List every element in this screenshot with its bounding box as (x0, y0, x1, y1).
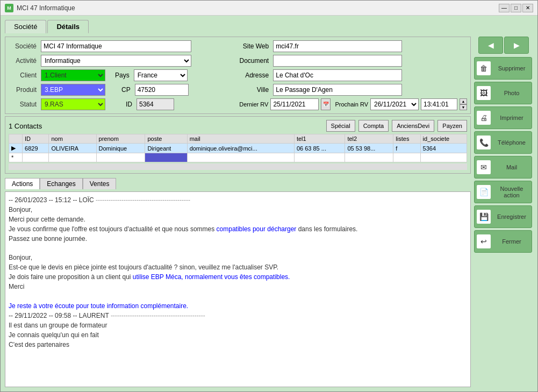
compta-button[interactable]: Compta (358, 120, 389, 132)
mail-button[interactable]: ✉ Mail (474, 156, 532, 179)
statut-id-row: Statut 9.RAS ID (9, 98, 233, 110)
action-line-7: Est-ce que le devis en pièce jointe est … (9, 262, 467, 272)
action-line-11: -- 29/11/2022 -- 09:58 -- LAURENT ------… (9, 311, 467, 320)
maximize-button[interactable]: □ (511, 4, 521, 12)
enregistrer-button[interactable]: 💾 Enregistrer (474, 205, 532, 228)
adresse-input[interactable] (273, 69, 402, 81)
document-row: Document (239, 55, 467, 67)
main-panel: Société Activité Informatique (5, 37, 533, 387)
client-select[interactable]: 1.Client (41, 69, 105, 81)
pays-select[interactable]: France (134, 69, 188, 81)
societe-label: Société (9, 42, 37, 50)
nouvelle-action-button[interactable]: 📄 Nouvelle action (474, 181, 532, 203)
dernier-rv-label: Dernier RV (239, 101, 268, 108)
row-id: 6829 (23, 144, 49, 153)
col-id-societe: id_societe (420, 134, 467, 144)
bottom-tabs: Actions Echanges Ventes (5, 178, 471, 189)
imprimer-button[interactable]: 🖨 Imprimer (474, 106, 532, 129)
activite-row: Activité Informatique (9, 55, 233, 67)
activite-select[interactable]: Informatique (41, 55, 191, 67)
new-row-mail (187, 153, 294, 162)
adresse-row: Adresse (239, 69, 467, 81)
table-row-new[interactable]: * (9, 153, 467, 162)
siteweb-input[interactable] (273, 40, 402, 52)
photo-icon: 🖼 (477, 86, 491, 100)
activite-label: Activité (9, 57, 37, 65)
new-row-listes (393, 153, 420, 162)
produit-select[interactable]: 3.EBP (41, 84, 105, 96)
app-icon: M (5, 4, 13, 12)
client-pays-row: Client 1.Client Pays France (9, 69, 233, 81)
title-bar: M MCI 47 Informatique — □ ✕ (1, 1, 537, 16)
photo-button[interactable]: 🖼 Photo (474, 82, 532, 104)
societe-row: Société (9, 40, 233, 52)
cp-label: CP (121, 86, 131, 94)
mail-label: Mail (494, 164, 529, 170)
societe-input[interactable] (41, 40, 191, 52)
imprimer-label: Imprimer (494, 115, 529, 121)
new-row-poste (145, 153, 187, 162)
table-scrollbar[interactable] (9, 163, 467, 170)
form-right-col: Site Web Document Adresse (239, 40, 467, 110)
action-text-area: -- 26/01/2023 -- 15:12 -- LOÏC ---------… (5, 191, 471, 387)
supprimer-button[interactable]: 🗑 Supprimer (474, 57, 532, 80)
col-mail: mail (187, 134, 294, 144)
contacts-title: 1 Contacts (9, 122, 323, 130)
enregistrer-label: Enregistrer (494, 213, 529, 220)
nouvelle-action-label: Nouvelle action (494, 186, 529, 198)
tab-ventes[interactable]: Ventes (83, 178, 117, 189)
action-line-10: Je reste à votre écoute pour toute infor… (9, 301, 467, 311)
row-tel2: 05 53 98... (345, 144, 393, 153)
action-line-2: Bonjour, (9, 205, 467, 215)
telephone-label: Téléphone (494, 139, 529, 146)
tab-actions[interactable]: Actions (5, 178, 40, 189)
cp-input[interactable] (135, 84, 189, 96)
action-line-9: Merci (9, 282, 467, 291)
mail-icon: ✉ (477, 160, 491, 174)
statut-label: Statut (9, 101, 37, 108)
action-line-12: Il est dans un groupe de formateur (9, 320, 467, 330)
action-line-8: Je dois faire une proposition à un clien… (9, 272, 467, 282)
nav-prev-button[interactable]: ◀ (478, 37, 503, 54)
tab-societe[interactable]: Société (5, 20, 46, 33)
telephone-button[interactable]: 📞 Téléphone (474, 131, 532, 154)
form-left-col: Société Activité Informatique (9, 40, 233, 110)
form-section: Société Activité Informatique (5, 37, 471, 114)
document-label: Document (239, 57, 269, 65)
action-line-6: Bonjour, (9, 253, 467, 262)
dernier-rv-input[interactable] (270, 98, 319, 110)
anciens-devi-button[interactable]: AnciensDevi (392, 120, 434, 132)
row-prenom: Dominique (96, 144, 145, 153)
tab-echanges[interactable]: Echanges (40, 178, 82, 189)
time-up-btn[interactable]: ▲ (460, 98, 467, 104)
close-button[interactable]: ✕ (522, 4, 533, 12)
fermer-label: Fermer (494, 238, 529, 245)
special-button[interactable]: Spécial (326, 120, 355, 132)
siteweb-row: Site Web (239, 40, 467, 52)
client-label: Client (9, 72, 37, 79)
nav-next-button[interactable]: ▶ (504, 37, 529, 54)
dernier-rv-calendar-btn[interactable]: 📅 (321, 98, 331, 110)
main-tabs: Société Détails (5, 20, 533, 33)
row-id-societe: 5364 (420, 144, 467, 153)
enregistrer-icon: 💾 (477, 210, 491, 224)
table-row[interactable]: ▶ 6829 OLIVEIRA Dominique Dirigeant domi… (9, 144, 467, 153)
photo-label: Photo (494, 90, 529, 96)
adresse-label: Adresse (239, 72, 269, 79)
new-row-nom (49, 153, 96, 162)
row-tel1: 06 63 85 ... (294, 144, 345, 153)
fermer-button[interactable]: ↩ Fermer (474, 230, 532, 253)
payzen-button[interactable]: Payzen (437, 120, 467, 132)
prochain-rv-time[interactable] (421, 98, 457, 110)
new-row-id-societe (420, 153, 467, 162)
col-poste: poste (145, 134, 187, 144)
document-input[interactable] (273, 55, 402, 67)
tab-details[interactable]: Détails (47, 20, 89, 33)
prochain-rv-select[interactable]: 26/11/2021 (370, 98, 419, 110)
minimize-button[interactable]: — (499, 4, 510, 12)
statut-select[interactable]: 9.RAS (41, 98, 105, 110)
ville-input[interactable] (273, 84, 402, 96)
row-nom: OLIVEIRA (49, 144, 96, 153)
table-header-row: ID nom prenom poste mail tel1 tel2 liste… (9, 134, 467, 144)
time-down-btn[interactable]: ▼ (460, 104, 467, 110)
